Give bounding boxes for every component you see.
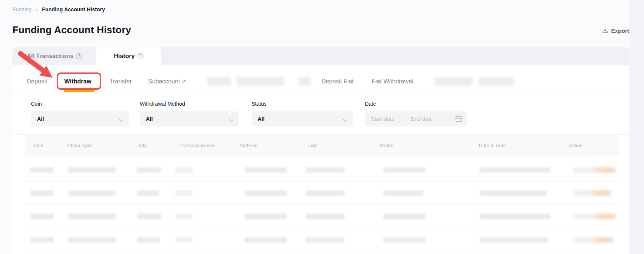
- subtab-row-divider: [12, 92, 629, 92]
- table-header-row: [25, 135, 619, 156]
- export-label: Export: [611, 28, 629, 34]
- breadcrumb-current: Funding Account History: [42, 6, 105, 12]
- redacted-cell-datetime: [480, 167, 550, 173]
- tab-history[interactable]: History ?: [96, 47, 161, 65]
- subtab-redacted[interactable]: [434, 77, 472, 86]
- filter-label-coin: Coin: [31, 101, 42, 107]
- filters-table-divider: [12, 134, 629, 135]
- chevron-down-icon: [343, 117, 348, 123]
- col-header-address: Address: [239, 143, 258, 148]
- help-icon[interactable]: ?: [137, 53, 144, 59]
- redacted-cell-action[interactable]: [573, 237, 613, 243]
- funding-account-history-page: Funding > Funding Account History Fundin…: [0, 0, 644, 254]
- subtab-redacted[interactable]: [207, 77, 231, 86]
- redacted-cell-txid: [306, 214, 344, 219]
- subtab-redacted[interactable]: [479, 77, 514, 86]
- breadcrumb-funding[interactable]: Funding: [12, 6, 32, 12]
- export-button[interactable]: Export: [602, 27, 629, 34]
- redacted-cell-status: [383, 167, 426, 173]
- subtab-redacted[interactable]: [237, 77, 284, 86]
- redacted-cell-qty: [137, 237, 160, 243]
- row-divider: [25, 181, 619, 182]
- subtab-subaccount-label: Subaccount: [148, 78, 180, 85]
- col-header-action: Action: [569, 143, 582, 148]
- redacted-cell-chain-type: [68, 237, 116, 243]
- redacted-cell-qty: [137, 190, 159, 196]
- redacted-cell-fee: [175, 237, 193, 243]
- redacted-cell-datetime: [480, 237, 548, 243]
- chevron-down-icon: [119, 117, 124, 123]
- col-header-transaction-fee: Transaction Fee: [179, 143, 215, 148]
- row-divider: [25, 204, 619, 205]
- row-divider: [25, 228, 619, 228]
- subtab-subaccount[interactable]: Subaccount ↗: [148, 77, 186, 86]
- redacted-cell-datetime: [480, 214, 550, 219]
- annotation-highlight-box: [57, 72, 101, 90]
- redacted-cell-address: [245, 167, 287, 173]
- col-header-coin: Coin: [33, 143, 43, 148]
- redacted-cell-qty: [137, 214, 161, 219]
- col-header-date-time: Date & Time: [479, 143, 506, 148]
- redacted-cell-address: [245, 237, 287, 243]
- table-row: [0, 190, 644, 196]
- redacted-cell-datetime: [480, 190, 547, 196]
- redacted-cell-coin: [30, 190, 54, 196]
- redacted-cell-chain-type: [68, 190, 116, 196]
- coin-select-value: All: [37, 116, 44, 122]
- table-row: [0, 214, 644, 220]
- subtab-transfer[interactable]: Transfer: [110, 77, 132, 86]
- date-range-arrow-icon: →: [400, 116, 406, 122]
- redacted-cell-fee: [175, 190, 193, 196]
- redacted-cell-status: [383, 214, 426, 219]
- calendar-icon[interactable]: [455, 115, 462, 124]
- content-card: [12, 65, 629, 254]
- download-icon: [602, 27, 608, 34]
- redacted-cell-coin: [30, 167, 54, 173]
- breadcrumb: Funding > Funding Account History: [12, 6, 105, 12]
- redacted-cell-fee: [175, 167, 193, 173]
- redacted-cell-address: [245, 190, 287, 196]
- withdrawal-method-select-value: All: [146, 116, 153, 122]
- col-header-qty: Qty: [139, 143, 147, 148]
- redacted-cell-fee: [175, 214, 193, 219]
- breadcrumb-separator-icon: >: [36, 7, 39, 12]
- active-subtab-underline: [64, 90, 94, 92]
- subtab-redacted[interactable]: [298, 77, 310, 86]
- table-row: [0, 237, 644, 243]
- row-divider: [25, 251, 619, 251]
- external-link-icon: ↗: [182, 78, 187, 85]
- redacted-cell-coin: [30, 237, 54, 243]
- start-date-input[interactable]: Start date: [371, 116, 395, 122]
- col-header-status: Status: [379, 143, 393, 148]
- coin-select[interactable]: All: [31, 111, 129, 126]
- redacted-cell-action[interactable]: [573, 214, 616, 219]
- filter-label-status: Status: [252, 101, 267, 107]
- redacted-cell-chain-type: [68, 167, 116, 173]
- col-header-txid: Txid: [307, 143, 317, 148]
- redacted-cell-txid: [306, 190, 344, 196]
- annotation-arrow-icon: [16, 51, 57, 82]
- redacted-cell-txid: [306, 167, 344, 173]
- redacted-cell-address: [245, 214, 287, 219]
- redacted-cell-coin: [30, 214, 54, 219]
- filter-label-withdrawal-method: Withdrawal Method: [140, 101, 185, 107]
- redacted-cell-txid: [306, 237, 344, 243]
- withdrawal-method-select[interactable]: All: [140, 111, 239, 126]
- redacted-cell-chain-type: [68, 214, 116, 219]
- chevron-down-icon: [229, 117, 234, 123]
- date-range-picker[interactable]: Start date → End date: [365, 111, 467, 126]
- table-row: [0, 167, 644, 173]
- col-header-chain-type: Chain Type: [67, 143, 92, 148]
- subtab-fiat-withdrawal[interactable]: Fiat Withdrawal: [372, 77, 413, 86]
- status-select[interactable]: All: [252, 111, 353, 126]
- end-date-input[interactable]: End date: [411, 116, 433, 122]
- tab-history-label: History: [114, 53, 134, 60]
- subtab-deposit-fiat[interactable]: Deposit Fiat: [321, 77, 354, 86]
- redacted-cell-qty: [137, 167, 161, 173]
- help-icon[interactable]: ?: [76, 53, 82, 59]
- redacted-cell-action[interactable]: [573, 167, 616, 173]
- redacted-cell-status: [383, 237, 426, 243]
- redacted-cell-action[interactable]: [573, 190, 611, 196]
- page-title: Funding Account History: [12, 24, 131, 36]
- filter-label-date: Date: [365, 101, 376, 107]
